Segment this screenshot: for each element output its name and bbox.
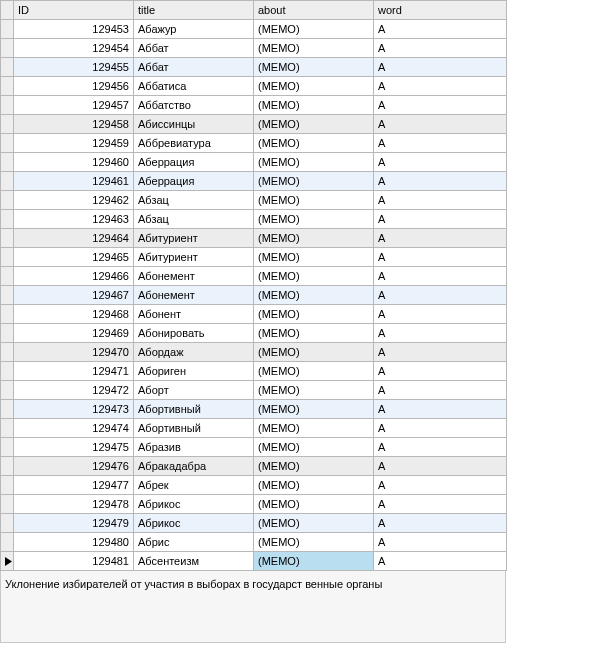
- cell-about[interactable]: (MEMO): [254, 210, 374, 229]
- cell-about[interactable]: (MEMO): [254, 115, 374, 134]
- table-row[interactable]: 129454Аббат(MEMO)А: [1, 39, 507, 58]
- table-row[interactable]: 129460Аберрация(MEMO)А: [1, 153, 507, 172]
- cell-word[interactable]: А: [374, 457, 507, 476]
- cell-about[interactable]: (MEMO): [254, 20, 374, 39]
- cell-title[interactable]: Аббат: [134, 58, 254, 77]
- cell-id[interactable]: 129481: [14, 552, 134, 571]
- table-row[interactable]: 129458Абиссинцы(MEMO)А: [1, 115, 507, 134]
- cell-about[interactable]: (MEMO): [254, 134, 374, 153]
- cell-about[interactable]: (MEMO): [254, 381, 374, 400]
- table-row[interactable]: 129455Аббат(MEMO)А: [1, 58, 507, 77]
- cell-title[interactable]: Абажур: [134, 20, 254, 39]
- cell-id[interactable]: 129473: [14, 400, 134, 419]
- table-row[interactable]: 129456Аббатиса(MEMO)А: [1, 77, 507, 96]
- cell-id[interactable]: 129476: [14, 457, 134, 476]
- table-row[interactable]: 129453Абажур(MEMO)А: [1, 20, 507, 39]
- table-row[interactable]: 129459Аббревиатура(MEMO)А: [1, 134, 507, 153]
- cell-id[interactable]: 129469: [14, 324, 134, 343]
- cell-id[interactable]: 129475: [14, 438, 134, 457]
- cell-title[interactable]: Абонент: [134, 305, 254, 324]
- cell-title[interactable]: Абортивный: [134, 400, 254, 419]
- table-row[interactable]: 129467Абонемент(MEMO)А: [1, 286, 507, 305]
- table-row[interactable]: 129480Абрис(MEMO)А: [1, 533, 507, 552]
- cell-title[interactable]: Аббат: [134, 39, 254, 58]
- cell-word[interactable]: А: [374, 229, 507, 248]
- cell-title[interactable]: Абориген: [134, 362, 254, 381]
- table-row[interactable]: 129474Абортивный(MEMO)А: [1, 419, 507, 438]
- cell-title[interactable]: Аберрация: [134, 153, 254, 172]
- cell-word[interactable]: А: [374, 191, 507, 210]
- cell-word[interactable]: А: [374, 476, 507, 495]
- cell-word[interactable]: А: [374, 552, 507, 571]
- cell-word[interactable]: А: [374, 400, 507, 419]
- cell-word[interactable]: А: [374, 267, 507, 286]
- cell-id[interactable]: 129459: [14, 134, 134, 153]
- cell-word[interactable]: А: [374, 77, 507, 96]
- cell-title[interactable]: Аборт: [134, 381, 254, 400]
- cell-about[interactable]: (MEMO): [254, 552, 374, 571]
- cell-about[interactable]: (MEMO): [254, 172, 374, 191]
- header-id[interactable]: ID: [14, 1, 134, 20]
- cell-word[interactable]: А: [374, 362, 507, 381]
- cell-id[interactable]: 129471: [14, 362, 134, 381]
- header-title[interactable]: title: [134, 1, 254, 20]
- cell-title[interactable]: Абсентеизм: [134, 552, 254, 571]
- data-grid[interactable]: ID title about word 129453Абажур(MEMO)А1…: [0, 0, 507, 571]
- cell-id[interactable]: 129455: [14, 58, 134, 77]
- cell-about[interactable]: (MEMO): [254, 457, 374, 476]
- cell-id[interactable]: 129453: [14, 20, 134, 39]
- header-word[interactable]: word: [374, 1, 507, 20]
- cell-title[interactable]: Абрикос: [134, 495, 254, 514]
- cell-about[interactable]: (MEMO): [254, 362, 374, 381]
- cell-title[interactable]: Аббатиса: [134, 77, 254, 96]
- cell-about[interactable]: (MEMO): [254, 58, 374, 77]
- cell-title[interactable]: Абонемент: [134, 286, 254, 305]
- cell-id[interactable]: 129460: [14, 153, 134, 172]
- cell-word[interactable]: А: [374, 20, 507, 39]
- cell-about[interactable]: (MEMO): [254, 514, 374, 533]
- cell-about[interactable]: (MEMO): [254, 267, 374, 286]
- cell-word[interactable]: А: [374, 210, 507, 229]
- table-row[interactable]: 129481Абсентеизм(MEMO)А: [1, 552, 507, 571]
- cell-about[interactable]: (MEMO): [254, 495, 374, 514]
- cell-word[interactable]: А: [374, 39, 507, 58]
- cell-word[interactable]: А: [374, 381, 507, 400]
- cell-title[interactable]: Абордаж: [134, 343, 254, 362]
- cell-id[interactable]: 129474: [14, 419, 134, 438]
- header-about[interactable]: about: [254, 1, 374, 20]
- cell-about[interactable]: (MEMO): [254, 248, 374, 267]
- cell-about[interactable]: (MEMO): [254, 476, 374, 495]
- cell-id[interactable]: 129458: [14, 115, 134, 134]
- cell-id[interactable]: 129466: [14, 267, 134, 286]
- table-row[interactable]: 129461Аберрация(MEMO)А: [1, 172, 507, 191]
- table-row[interactable]: 129457Аббатство(MEMO)А: [1, 96, 507, 115]
- cell-word[interactable]: А: [374, 58, 507, 77]
- cell-word[interactable]: А: [374, 533, 507, 552]
- cell-id[interactable]: 129462: [14, 191, 134, 210]
- cell-id[interactable]: 129456: [14, 77, 134, 96]
- cell-word[interactable]: А: [374, 495, 507, 514]
- cell-title[interactable]: Абортивный: [134, 419, 254, 438]
- cell-word[interactable]: А: [374, 438, 507, 457]
- cell-id[interactable]: 129457: [14, 96, 134, 115]
- cell-title[interactable]: Аберрация: [134, 172, 254, 191]
- cell-word[interactable]: А: [374, 134, 507, 153]
- cell-id[interactable]: 129479: [14, 514, 134, 533]
- table-row[interactable]: 129477Абрек(MEMO)А: [1, 476, 507, 495]
- cell-word[interactable]: А: [374, 305, 507, 324]
- table-row[interactable]: 129464Абитуриент(MEMO)А: [1, 229, 507, 248]
- cell-id[interactable]: 129465: [14, 248, 134, 267]
- table-row[interactable]: 129463Абзац(MEMO)А: [1, 210, 507, 229]
- cell-word[interactable]: А: [374, 172, 507, 191]
- cell-title[interactable]: Абитуриент: [134, 229, 254, 248]
- cell-word[interactable]: А: [374, 115, 507, 134]
- table-row[interactable]: 129469Абонировать(MEMO)А: [1, 324, 507, 343]
- table-row[interactable]: 129468Абонент(MEMO)А: [1, 305, 507, 324]
- cell-word[interactable]: А: [374, 248, 507, 267]
- cell-id[interactable]: 129468: [14, 305, 134, 324]
- cell-id[interactable]: 129461: [14, 172, 134, 191]
- table-row[interactable]: 129465Абитуриент(MEMO)А: [1, 248, 507, 267]
- table-row[interactable]: 129471Абориген(MEMO)А: [1, 362, 507, 381]
- cell-id[interactable]: 129464: [14, 229, 134, 248]
- cell-word[interactable]: А: [374, 514, 507, 533]
